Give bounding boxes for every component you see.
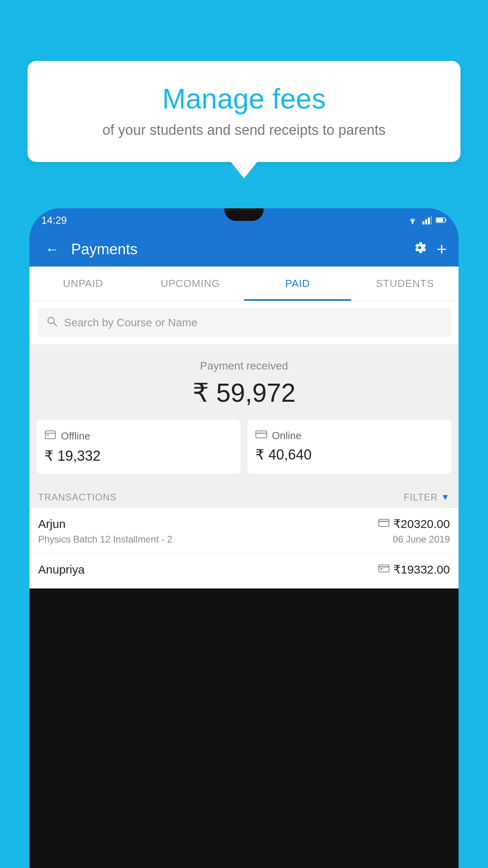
tab-unpaid[interactable]: UNPAID bbox=[29, 267, 137, 301]
tabs: UNPAID UPCOMING PAID STUDENTS bbox=[29, 267, 459, 301]
app-bar-actions: + bbox=[413, 239, 447, 259]
settings-button[interactable] bbox=[413, 241, 427, 258]
svg-rect-6 bbox=[437, 219, 443, 222]
signal-icon bbox=[422, 216, 432, 224]
search-bar-container: Search by Course or Name bbox=[29, 301, 459, 344]
wifi-icon bbox=[407, 216, 418, 224]
filter-button[interactable]: FILTER ▼ bbox=[404, 492, 450, 503]
svg-rect-15 bbox=[379, 519, 389, 526]
svg-rect-17 bbox=[379, 565, 389, 572]
online-payment-card: Online ₹ 40,640 bbox=[248, 420, 451, 474]
tab-students[interactable]: STUDENTS bbox=[351, 267, 459, 301]
filter-icon: ▼ bbox=[441, 492, 450, 502]
search-input-wrap[interactable]: Search by Course or Name bbox=[37, 308, 451, 337]
transaction-amount-2: ₹19332.00 bbox=[378, 563, 450, 576]
transactions-label: TRANSACTIONS bbox=[38, 492, 117, 503]
main-title: Manage fees bbox=[51, 83, 437, 115]
transaction-item-2[interactable]: Anupriya ₹19332.00 bbox=[29, 554, 459, 588]
svg-rect-4 bbox=[431, 216, 432, 224]
payment-received-section: Payment received ₹ 59,972 bbox=[29, 344, 459, 420]
phone-frame: 14:29 ← Pa bbox=[29, 208, 459, 868]
add-button[interactable]: + bbox=[437, 239, 447, 259]
app-bar-title: Payments bbox=[71, 241, 405, 258]
transaction-date-1: 06 June 2019 bbox=[393, 534, 450, 545]
content-area: Search by Course or Name Payment receive… bbox=[29, 301, 459, 588]
tab-upcoming[interactable]: UPCOMING bbox=[137, 267, 244, 301]
svg-rect-13 bbox=[256, 431, 267, 438]
tab-paid[interactable]: PAID bbox=[244, 267, 351, 301]
svg-point-0 bbox=[412, 223, 413, 224]
app-bar: ← Payments + bbox=[29, 232, 459, 267]
speech-bubble: Manage fees of your students and send re… bbox=[28, 61, 460, 162]
offline-card-header: Offline bbox=[44, 429, 233, 443]
filter-label: FILTER bbox=[404, 492, 438, 503]
svg-rect-3 bbox=[428, 217, 430, 224]
battery-icon bbox=[436, 217, 447, 223]
payment-received-label: Payment received bbox=[37, 360, 451, 372]
transaction-amount-text-2: ₹19332.00 bbox=[393, 563, 450, 576]
back-button[interactable]: ← bbox=[41, 237, 63, 261]
search-input[interactable]: Search by Course or Name bbox=[64, 316, 197, 329]
transaction-amount-1: ₹20320.00 bbox=[378, 517, 450, 531]
transaction-row-1: Arjun ₹20320.00 bbox=[38, 517, 450, 531]
transactions-header: TRANSACTIONS FILTER ▼ bbox=[29, 485, 459, 508]
status-bar: 14:29 bbox=[29, 208, 459, 232]
svg-rect-10 bbox=[45, 431, 55, 439]
offline-icon bbox=[44, 429, 56, 443]
offline-label: Offline bbox=[61, 430, 90, 442]
svg-rect-2 bbox=[425, 219, 427, 224]
online-card-header: Online bbox=[255, 429, 444, 442]
payment-received-amount: ₹ 59,972 bbox=[37, 378, 451, 408]
main-subtitle: of your students and send receipts to pa… bbox=[51, 122, 437, 138]
status-time: 14:29 bbox=[41, 214, 67, 226]
transaction-name-1: Arjun bbox=[38, 517, 66, 531]
svg-rect-12 bbox=[46, 435, 50, 436]
payment-type-icon-1 bbox=[378, 518, 389, 530]
search-icon bbox=[46, 315, 58, 330]
online-amount: ₹ 40,640 bbox=[255, 447, 444, 463]
transaction-sub-row-1: Physics Batch 12 Installment - 2 06 June… bbox=[38, 534, 450, 545]
transaction-amount-text-1: ₹20320.00 bbox=[393, 517, 450, 531]
svg-rect-7 bbox=[445, 219, 446, 221]
svg-rect-1 bbox=[422, 221, 424, 224]
online-label: Online bbox=[272, 430, 301, 442]
payment-cards: Offline ₹ 19,332 Online ₹ 40,640 bbox=[29, 420, 459, 485]
transaction-row-2: Anupriya ₹19332.00 bbox=[38, 563, 450, 576]
transaction-item[interactable]: Arjun ₹20320.00 Physics Batch 12 Install… bbox=[29, 508, 459, 554]
notch bbox=[224, 208, 264, 221]
transaction-course-1: Physics Batch 12 Installment - 2 bbox=[38, 534, 172, 545]
svg-rect-19 bbox=[380, 568, 383, 569]
online-icon bbox=[255, 429, 267, 442]
transaction-name-2: Anupriya bbox=[38, 563, 84, 576]
payment-type-icon-2 bbox=[378, 563, 389, 576]
svg-line-9 bbox=[53, 323, 57, 326]
status-icons bbox=[407, 216, 447, 224]
offline-payment-card: Offline ₹ 19,332 bbox=[37, 420, 240, 474]
offline-amount: ₹ 19,332 bbox=[44, 448, 233, 464]
